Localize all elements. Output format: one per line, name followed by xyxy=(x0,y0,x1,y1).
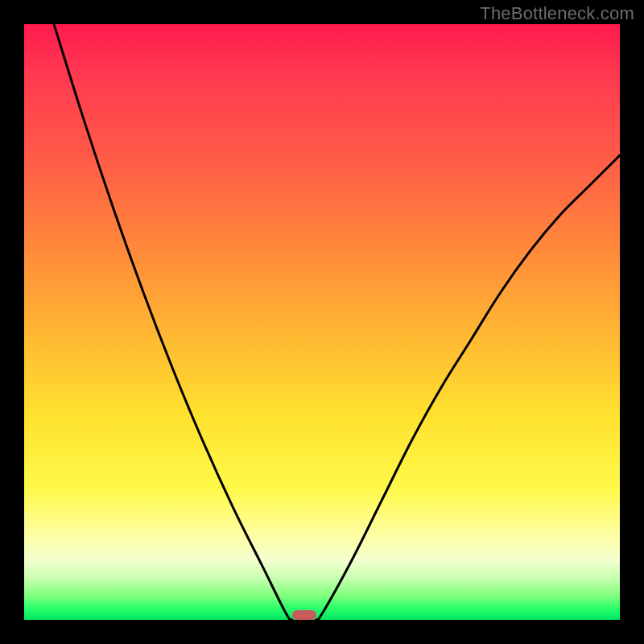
plot-area xyxy=(24,24,620,620)
chart-frame: TheBottleneck.com xyxy=(0,0,644,644)
watermark-text: TheBottleneck.com xyxy=(480,3,634,24)
bottleneck-marker xyxy=(292,610,316,620)
curve-left-branch xyxy=(54,24,292,620)
curve-layer xyxy=(24,24,620,620)
curve-right-branch xyxy=(316,155,620,620)
